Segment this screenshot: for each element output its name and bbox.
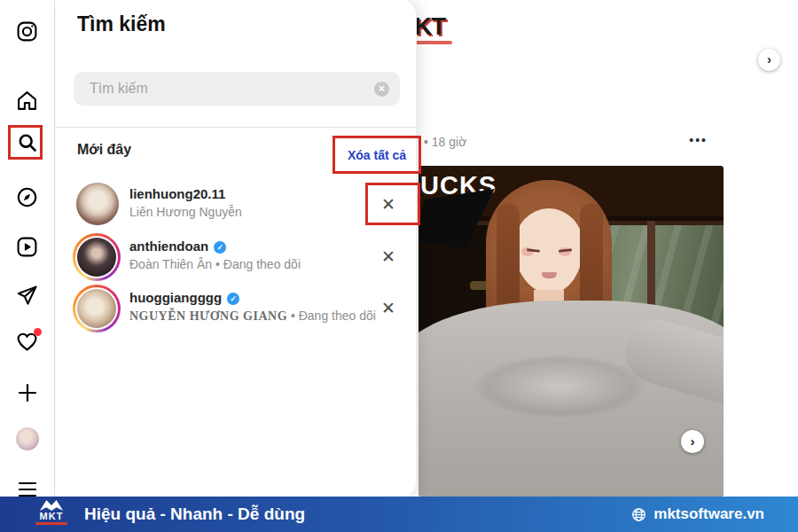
- post-timestamp: • 18 giờ: [424, 135, 466, 149]
- recent-search-row[interactable]: anthiendoan✓ Đoàn Thiên Ân • Đang theo d…: [56, 231, 416, 283]
- search-input-wrapper: ×: [74, 72, 400, 106]
- post-image[interactable]: UCKS ›: [419, 166, 724, 497]
- search-input[interactable]: [88, 80, 374, 98]
- more-options-icon[interactable]: •••: [689, 133, 708, 147]
- reels-icon[interactable]: [16, 235, 39, 258]
- messenger-icon[interactable]: [16, 284, 39, 307]
- result-fullname: NGUYỄN HƯƠNG GIANG: [129, 309, 287, 323]
- carousel-next-button[interactable]: ›: [681, 430, 704, 453]
- footer-slogan: Hiệu quả - Nhanh - Dễ dùng: [84, 497, 305, 532]
- result-story-ring: [73, 285, 121, 332]
- mkt-tagline-bar: [35, 522, 67, 525]
- footer-website: mktsoftware.vn: [631, 497, 764, 532]
- left-sidebar: [0, 0, 55, 497]
- chevron-right-icon: ›: [767, 52, 771, 66]
- result-username: lienhuong20.11: [129, 185, 242, 203]
- result-status: • Đang theo dõi: [212, 257, 301, 271]
- clear-search-icon[interactable]: ×: [374, 82, 389, 97]
- verified-badge-icon: ✓: [214, 241, 226, 254]
- website-label[interactable]: mktsoftware.vn: [653, 505, 764, 523]
- annotation-box-search-icon: [8, 125, 43, 160]
- result-username: anthiendoan✓: [129, 238, 301, 255]
- result-avatar: [77, 238, 116, 277]
- recent-search-row[interactable]: huoggiangggg✓ NGUYỄN HƯƠNG GIANG • Đang …: [56, 283, 416, 334]
- result-story-ring: [73, 233, 121, 281]
- annotation-box-clear-all: Xóa tất cả: [332, 136, 421, 174]
- remove-result-button[interactable]: ✕: [378, 297, 399, 318]
- instagram-search-screen: KT thieubaotr... hn.maiphu... anthiendo.…: [0, 0, 798, 532]
- result-avatar: [77, 289, 116, 328]
- result-status: • Đang theo dõi: [287, 309, 376, 323]
- mkt-watermark: KT: [414, 12, 445, 41]
- stories-next-button[interactable]: ›: [758, 49, 780, 71]
- eye: [527, 248, 540, 253]
- verified-badge-icon: ✓: [227, 293, 239, 305]
- annotation-box-remove-button: [365, 183, 420, 225]
- notifications-heart-icon[interactable]: [16, 330, 39, 353]
- recent-header: Mới đây: [77, 142, 131, 158]
- notification-badge: [34, 328, 42, 336]
- post-header: • 18 giờ •••: [417, 131, 724, 156]
- explore-compass-icon[interactable]: [16, 185, 39, 208]
- profile-avatar[interactable]: [16, 427, 39, 450]
- remove-result-button[interactable]: ✕: [378, 246, 399, 267]
- panel-title: Tìm kiếm: [77, 12, 166, 36]
- new-post-plus-icon[interactable]: [16, 381, 39, 404]
- home-icon[interactable]: [16, 89, 39, 112]
- eye: [559, 248, 572, 253]
- globe-icon: [631, 507, 646, 522]
- result-fullname: Liên Hương Nguyễn: [129, 205, 242, 219]
- mouth: [542, 272, 557, 278]
- result-username: huoggiangggg✓: [129, 289, 376, 307]
- divider: [56, 127, 416, 128]
- footer-banner: MKT Hiệu quả - Nhanh - Dễ dùng mktsoftwa…: [0, 497, 798, 532]
- mkt-brand-text: MKT: [32, 512, 71, 520]
- recent-search-row[interactable]: lienhuong20.11 Liên Hương Nguyễn ✕: [56, 179, 416, 231]
- mkt-watermark-tagline: [415, 41, 452, 44]
- result-avatar: [76, 183, 119, 225]
- search-panel: Tìm kiếm × Mới đây Xóa tất cả lienhuong2…: [56, 0, 417, 497]
- mkt-logo: MKT: [32, 498, 71, 525]
- result-fullname: Đoàn Thiên Ân: [129, 257, 212, 271]
- clear-all-button[interactable]: Xóa tất cả: [348, 148, 406, 162]
- chevron-right-icon: ›: [691, 434, 695, 448]
- instagram-logo-icon[interactable]: [16, 20, 39, 43]
- stories-row: thieubaotr... hn.maiphu... anthiendo... …: [417, 0, 798, 115]
